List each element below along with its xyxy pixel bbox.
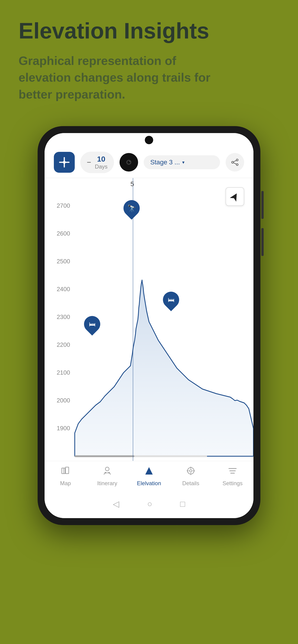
tab-settings-label: Settings	[223, 480, 243, 486]
tab-map-label: Map	[60, 480, 71, 486]
app-header: − 10 Days Stage 3	[45, 147, 253, 178]
accommodation-pin-right[interactable]: 🛏	[163, 292, 179, 308]
camera-icon	[124, 158, 133, 167]
svg-point-15	[105, 467, 109, 471]
back-button[interactable]: ◁	[113, 499, 119, 509]
svg-point-20	[190, 470, 192, 472]
tab-map[interactable]: Map	[45, 466, 86, 486]
tab-itinerary-label: Itinerary	[97, 480, 117, 486]
stage-label: Stage 3 ...	[150, 158, 180, 166]
navigate-button[interactable]	[226, 187, 244, 206]
days-minus-button[interactable]: −	[87, 158, 91, 167]
page-title: Elevation Insights	[19, 18, 279, 43]
settings-icon	[227, 466, 238, 478]
page-header: Elevation Insights Graphical representat…	[0, 0, 298, 112]
svg-point-2	[63, 161, 66, 164]
viewpoint-pin[interactable]: 🔭	[123, 200, 140, 216]
tab-elevation-label: Elelvation	[137, 480, 161, 486]
android-nav-bar: ◁ ○ □	[45, 492, 253, 518]
chart-area: 5 2700 2600 2500 2400 2300 220	[45, 178, 253, 461]
tab-details[interactable]: Details	[170, 466, 212, 486]
share-icon	[230, 158, 239, 167]
svg-line-9	[233, 160, 236, 162]
home-button[interactable]: ○	[147, 499, 152, 509]
phone-top-bar	[45, 133, 253, 147]
stage-selector[interactable]: Stage 3 ... ▾	[144, 155, 220, 169]
details-icon	[186, 466, 196, 478]
camera-hole	[145, 136, 153, 144]
bed-icon-left: 🛏	[89, 320, 95, 328]
chart-position-label: 5	[130, 180, 134, 188]
svg-marker-11	[230, 192, 240, 202]
svg-point-6	[236, 159, 238, 161]
tab-itinerary[interactable]: Itinerary	[86, 466, 128, 486]
camera-button[interactable]	[120, 153, 138, 172]
days-label: Days	[95, 164, 108, 170]
svg-point-7	[232, 161, 233, 163]
svg-marker-18	[145, 467, 153, 474]
binoculars-icon: 🔭	[127, 204, 136, 212]
svg-point-5	[129, 161, 130, 162]
days-count: 10	[95, 155, 108, 164]
app-logo[interactable]	[54, 152, 75, 173]
tab-details-label: Details	[182, 480, 199, 486]
recent-apps-button[interactable]: □	[180, 499, 185, 509]
days-control[interactable]: − 10 Days	[80, 152, 114, 173]
elevation-icon	[144, 466, 154, 478]
bottom-tabs: Map Itinerary	[45, 461, 253, 492]
scrollbar-track[interactable]	[75, 455, 207, 457]
page-wrapper: Elevation Insights Graphical representat…	[0, 0, 298, 644]
scrollbar-thumb[interactable]	[75, 455, 134, 457]
svg-point-16	[105, 472, 106, 474]
logo-icon	[59, 156, 70, 168]
volume-up-button	[261, 191, 264, 219]
volume-down-button	[261, 228, 264, 256]
phone-container: − 10 Days Stage 3	[0, 112, 298, 544]
map-icon	[60, 466, 71, 478]
chart-divider	[133, 178, 133, 461]
tab-settings[interactable]: Settings	[212, 466, 253, 486]
days-display: 10 Days	[95, 155, 108, 170]
bed-icon-right: 🛏	[168, 296, 174, 304]
accommodation-pin-left[interactable]: 🛏	[84, 316, 100, 332]
itinerary-icon	[102, 466, 112, 478]
elevation-svg	[45, 178, 253, 461]
navigation-icon	[230, 192, 240, 202]
tab-elevation[interactable]: Elelvation	[128, 466, 170, 486]
page-subtitle: Graphical representation of elevation ch…	[19, 52, 227, 103]
chevron-down-icon: ▾	[182, 160, 184, 165]
svg-point-17	[108, 472, 110, 474]
svg-line-10	[233, 163, 236, 164]
svg-rect-13	[66, 467, 69, 474]
share-button[interactable]	[226, 153, 244, 172]
phone-device: − 10 Days Stage 3	[38, 126, 260, 525]
phone-screen: − 10 Days Stage 3	[45, 133, 253, 518]
svg-point-8	[236, 164, 238, 166]
